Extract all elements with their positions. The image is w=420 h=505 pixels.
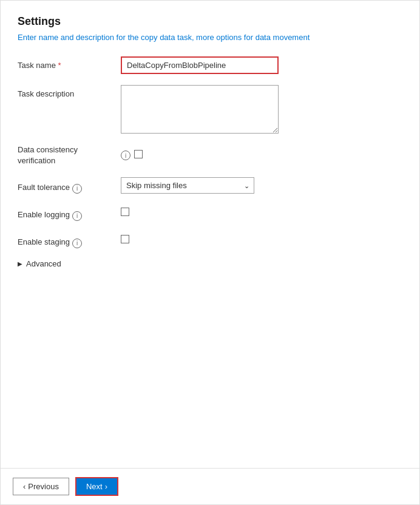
page-title: Settings [18, 15, 402, 28]
data-consistency-row: Data consistencyverification i [18, 144, 402, 166]
task-name-row: Task name * [18, 56, 402, 74]
task-description-label: Task description [18, 85, 121, 100]
enable-staging-label: Enable staging i [18, 232, 121, 248]
fault-tolerance-label: Fault tolerance i [18, 177, 121, 194]
enable-staging-row: Enable staging i [18, 232, 402, 248]
required-indicator: * [58, 61, 61, 70]
page-subtitle[interactable]: Enter name and description for the copy … [18, 33, 402, 42]
previous-chevron-icon: ‹ [23, 482, 25, 491]
next-chevron-icon: › [105, 482, 107, 491]
enable-logging-checkbox-wrapper [121, 205, 129, 216]
task-name-label: Task name * [18, 56, 121, 71]
data-consistency-info-icon[interactable]: i [121, 151, 130, 160]
fault-tolerance-select[interactable]: Skip missing files None Skip incompatibl… [121, 177, 254, 194]
task-description-control [121, 85, 402, 134]
data-consistency-checkbox[interactable] [134, 150, 143, 158]
footer: ‹ Previous Next › [1, 468, 419, 504]
next-button-label: Next [86, 482, 103, 491]
task-name-control [121, 56, 402, 74]
enable-logging-info-icon[interactable]: i [72, 211, 82, 221]
advanced-chevron-icon: ▶ [18, 260, 22, 267]
previous-button-label: Previous [28, 482, 59, 491]
enable-logging-control [121, 205, 402, 216]
enable-staging-control [121, 232, 402, 243]
enable-logging-label: Enable logging i [18, 205, 121, 221]
advanced-label: Advanced [26, 259, 61, 268]
fault-tolerance-control: Skip missing files None Skip incompatibl… [121, 177, 402, 194]
enable-logging-row: Enable logging i [18, 205, 402, 221]
data-consistency-control: i [121, 144, 402, 160]
enable-logging-checkbox[interactable] [121, 208, 129, 216]
task-description-row: Task description [18, 85, 402, 134]
task-name-input[interactable] [121, 56, 279, 74]
previous-button[interactable]: ‹ Previous [13, 478, 69, 495]
data-consistency-label: Data consistencyverification [18, 144, 121, 166]
fault-tolerance-row: Fault tolerance i Skip missing files Non… [18, 177, 402, 194]
fault-tolerance-select-wrapper: Skip missing files None Skip incompatibl… [121, 177, 254, 194]
fault-tolerance-info-icon[interactable]: i [72, 184, 82, 194]
task-description-textarea[interactable] [121, 85, 279, 134]
enable-staging-checkbox[interactable] [121, 235, 129, 243]
next-button[interactable]: Next › [75, 477, 118, 496]
enable-staging-checkbox-wrapper [121, 232, 129, 243]
advanced-row[interactable]: ▶ Advanced [18, 259, 402, 268]
data-consistency-checkbox-wrapper: i [121, 144, 143, 160]
enable-staging-info-icon[interactable]: i [72, 239, 82, 248]
